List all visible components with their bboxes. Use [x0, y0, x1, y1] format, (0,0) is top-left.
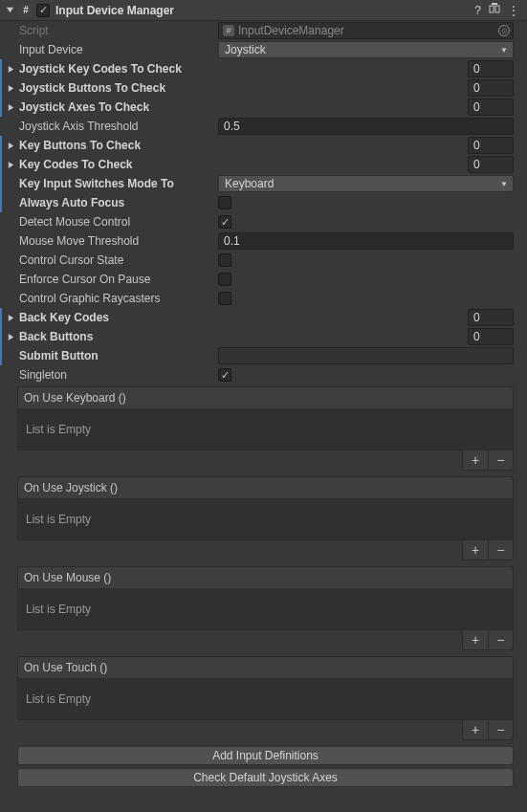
enforce-cursor-pause-checkbox[interactable] — [218, 273, 231, 286]
event-header: On Use Mouse () — [17, 566, 514, 588]
input-device-label: Input Device — [17, 43, 218, 56]
component-enable-checkbox[interactable] — [36, 4, 50, 17]
key-input-switches-row: Key Input Switches Mode To Keyboard ▼ — [0, 174, 527, 193]
float-field[interactable]: 0.5 — [218, 118, 514, 135]
on-use-touch-event: On Use Touch () List is Empty + − — [17, 656, 514, 740]
key-codes-row: Key Codes To Check 0 — [0, 155, 527, 174]
on-use-mouse-event: On Use Mouse () List is Empty + − — [17, 566, 514, 650]
array-foldout[interactable] — [5, 82, 16, 94]
event-remove-button[interactable]: − — [488, 450, 513, 470]
add-input-definitions-button[interactable]: Add Input Definitions — [17, 746, 514, 765]
component-title: Input Device Manager — [55, 4, 474, 17]
array-size-field[interactable]: 0 — [468, 309, 514, 326]
context-menu-icon[interactable]: ⋮ — [508, 4, 519, 17]
component-foldout[interactable] — [4, 5, 15, 16]
joystick-axis-threshold-row: Joystick Axis Threshold 0.5 — [0, 117, 527, 136]
joystick-axes-row: Joystick Axes To Check 0 — [0, 98, 527, 117]
script-row: Script # InputDeviceManager ⊙ — [0, 21, 527, 40]
singleton-checkbox[interactable] — [218, 368, 231, 382]
component-header: # Input Device Manager ? ⋮ — [0, 0, 527, 21]
mouse-move-threshold-row: Mouse Move Threshold 0.1 — [0, 231, 527, 251]
key-input-switches-dropdown[interactable]: Keyboard ▼ — [218, 175, 514, 192]
svg-rect-2 — [492, 3, 497, 5]
event-empty-text: List is Empty — [17, 408, 514, 450]
event-remove-button[interactable]: − — [488, 540, 513, 560]
event-remove-button[interactable]: − — [488, 720, 513, 739]
check-default-joystick-axes-button[interactable]: Check Default Joystick Axes — [17, 768, 514, 787]
script-value: InputDeviceManager — [238, 24, 344, 37]
joystick-key-codes-row: Joystick Key Codes To Check 0 — [0, 59, 527, 78]
script-object-field: # InputDeviceManager ⊙ — [218, 22, 514, 39]
control-graphic-raycasters-row: Control Graphic Raycasters — [0, 289, 527, 308]
detect-mouse-row: Detect Mouse Control — [0, 212, 527, 231]
preset-icon[interactable] — [489, 3, 500, 17]
control-cursor-state-checkbox[interactable] — [218, 253, 231, 267]
array-size-field[interactable]: 0 — [468, 60, 514, 77]
event-header: On Use Keyboard () — [17, 386, 514, 408]
float-field[interactable]: 0.1 — [218, 232, 514, 250]
event-empty-text: List is Empty — [17, 588, 514, 630]
svg-rect-1 — [495, 6, 499, 12]
input-device-dropdown[interactable]: Joystick ▼ — [218, 41, 514, 58]
csharp-icon: # — [223, 25, 234, 36]
help-icon[interactable]: ? — [474, 4, 481, 17]
array-foldout[interactable] — [5, 63, 16, 75]
event-add-button[interactable]: + — [463, 540, 488, 560]
back-key-codes-row: Back Key Codes 0 — [0, 308, 527, 327]
dropdown-arrow-icon: ▼ — [500, 46, 508, 55]
array-size-field[interactable]: 0 — [468, 79, 514, 97]
array-foldout[interactable] — [5, 331, 16, 342]
dropdown-arrow-icon: ▼ — [500, 180, 508, 188]
joystick-buttons-row: Joystick Buttons To Check 0 — [0, 78, 527, 98]
always-auto-focus-row: Always Auto Focus — [0, 193, 527, 212]
event-add-button[interactable]: + — [463, 450, 488, 470]
control-graphic-raycasters-checkbox[interactable] — [218, 292, 231, 305]
array-size-field[interactable]: 0 — [468, 328, 514, 345]
array-size-field[interactable]: 0 — [468, 137, 514, 154]
script-label: Script — [17, 24, 218, 37]
singleton-row: Singleton — [0, 365, 527, 384]
array-foldout[interactable] — [5, 159, 16, 170]
object-picker-icon[interactable]: ⊙ — [498, 25, 510, 36]
event-remove-button[interactable]: − — [488, 630, 513, 649]
array-size-field[interactable]: 0 — [468, 99, 514, 116]
event-empty-text: List is Empty — [17, 498, 514, 540]
event-header: On Use Touch () — [17, 656, 514, 678]
event-header: On Use Joystick () — [17, 476, 514, 498]
detect-mouse-checkbox[interactable] — [218, 215, 231, 229]
array-foldout[interactable] — [5, 312, 16, 323]
svg-rect-0 — [490, 6, 494, 12]
on-use-joystick-event: On Use Joystick () List is Empty + − — [17, 476, 514, 560]
array-foldout[interactable] — [5, 140, 16, 151]
on-use-keyboard-event: On Use Keyboard () List is Empty + − — [17, 386, 514, 471]
always-auto-focus-checkbox[interactable] — [218, 196, 231, 209]
event-add-button[interactable]: + — [463, 720, 488, 739]
key-buttons-row: Key Buttons To Check 0 — [0, 136, 527, 155]
script-icon: # — [18, 3, 33, 18]
control-cursor-state-row: Control Cursor State — [0, 251, 527, 270]
submit-button-row: Submit Button — [0, 346, 527, 365]
array-size-field[interactable]: 0 — [468, 156, 514, 173]
event-add-button[interactable]: + — [463, 630, 488, 649]
array-foldout[interactable] — [5, 101, 16, 113]
component-body: Script # InputDeviceManager ⊙ Input Devi… — [0, 21, 527, 793]
back-buttons-row: Back Buttons 0 — [0, 327, 527, 346]
input-device-row: Input Device Joystick ▼ — [0, 40, 527, 59]
event-empty-text: List is Empty — [17, 678, 514, 720]
enforce-cursor-pause-row: Enforce Cursor On Pause — [0, 270, 527, 289]
submit-button-field[interactable] — [218, 347, 514, 364]
